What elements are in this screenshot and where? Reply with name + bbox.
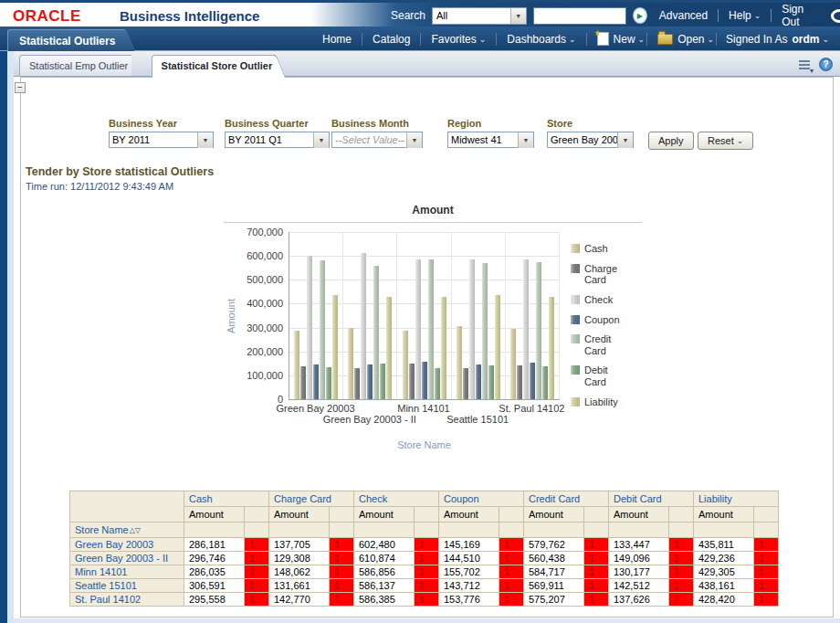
open-menu[interactable]: Open ⌄ (649, 33, 714, 46)
outlier-flag-cell: 1 (415, 552, 439, 565)
column-header-coupon[interactable]: Coupon (439, 491, 524, 507)
search-scope-select[interactable]: All ▼ (432, 7, 527, 25)
tab-statistical-store-outlier[interactable]: Statistical Store Outlier (152, 55, 277, 78)
column-header-charge-card[interactable]: Charge Card (269, 491, 354, 507)
chart-bar-liability[interactable] (441, 297, 446, 399)
chart-bar-check[interactable] (469, 259, 475, 399)
outlier-flag-cell: 1 (669, 579, 694, 593)
advanced-link[interactable]: Advanced (659, 9, 708, 22)
chart-bar-liability[interactable] (386, 297, 392, 399)
chart-bar-cash[interactable] (294, 331, 299, 399)
column-header-credit-card[interactable]: Credit Card (524, 491, 609, 507)
brand-bar: ORACLE Business Intelligence Search All … (0, 0, 840, 26)
chart-bar-debit-card[interactable] (380, 364, 385, 399)
chart-bar-debit-card[interactable] (326, 367, 331, 399)
chart-bar-coupon[interactable] (476, 364, 481, 399)
blank-cell (269, 523, 330, 538)
nav-link-catalog[interactable]: Catalog (364, 33, 418, 46)
chart-bar-liability[interactable] (549, 297, 554, 399)
chart-bar-cash[interactable] (403, 331, 408, 399)
chart-bar-charge-card[interactable] (354, 368, 360, 399)
chart-plot-area (289, 232, 560, 400)
chart-bar-check[interactable] (307, 256, 312, 400)
sort-icons[interactable]: △▽ (130, 526, 141, 534)
sign-out-link[interactable]: Sign Out (782, 3, 819, 28)
chart-bar-liability[interactable] (495, 295, 500, 400)
column-header-cash[interactable]: Cash (184, 491, 269, 507)
new-menu[interactable]: New ⌄ (589, 32, 646, 46)
chart-bar-debit-card[interactable] (488, 365, 494, 399)
store-name-header[interactable]: Store Name△▽ (70, 523, 184, 538)
search-input[interactable] (533, 7, 626, 25)
outlier-flag-cell: 1 (245, 593, 269, 607)
help-menu[interactable]: Help⌄ (729, 9, 761, 22)
dropdown-arrow-icon[interactable]: ▼ (510, 8, 526, 24)
store-link-minn-14101[interactable]: Minn 14101 (70, 565, 184, 579)
chart-bar-cash[interactable] (348, 328, 353, 399)
chart-bar-check[interactable] (523, 259, 529, 399)
column-header-liability[interactable]: Liability (694, 491, 779, 507)
search-go-button[interactable]: ▶ (633, 7, 647, 24)
filter-select-business-year[interactable]: BY 2011▼ (109, 132, 214, 148)
store-link-green-bay-20003[interactable]: Green Bay 20003 (70, 538, 184, 552)
y-tick-label: 200,000 (247, 346, 283, 357)
dropdown-arrow-icon[interactable]: ▼ (518, 132, 533, 148)
dashboard-tab-statistical-outliers[interactable]: Statistical Outliers (7, 29, 124, 51)
filter-select-business-quarter[interactable]: BY 2011 Q1▼ (225, 132, 330, 148)
chart-bar-check[interactable] (361, 253, 366, 399)
apply-button[interactable]: Apply (648, 132, 694, 150)
filter-select-store[interactable]: Green Bay 20003▼ (547, 132, 634, 148)
store-link-seattle-15101[interactable]: Seattle 15101 (70, 579, 184, 593)
dropdown-arrow-icon[interactable]: ▼ (313, 132, 329, 148)
chart-bar-credit-card[interactable] (482, 263, 488, 399)
legend-swatch-charge-card-icon (571, 264, 580, 273)
nav-link-home[interactable]: Home (314, 33, 360, 46)
chart-bar-coupon[interactable] (367, 364, 373, 399)
chart-bar-charge-card[interactable] (409, 364, 415, 399)
filter-label: Region (447, 118, 534, 129)
chart-bar-credit-card[interactable] (536, 262, 541, 399)
chart-bar-credit-card[interactable] (428, 259, 434, 399)
help-icon[interactable]: ? (819, 58, 833, 71)
chart-bar-coupon[interactable] (530, 363, 535, 399)
chart-bar-debit-card[interactable] (435, 368, 440, 399)
chart-bar-liability[interactable] (332, 295, 338, 399)
chart-bar-charge-card[interactable] (300, 366, 306, 399)
blank-cell (184, 523, 245, 538)
chart-bar-cash[interactable] (510, 329, 516, 399)
collapse-section-button[interactable]: − (15, 82, 26, 93)
chart-bar-credit-card[interactable] (320, 260, 325, 399)
divider (716, 33, 717, 46)
chevron-down-icon: ⌄ (708, 35, 715, 44)
dropdown-arrow-icon[interactable]: ▼ (197, 132, 213, 148)
chart-bar-cash[interactable] (457, 326, 462, 399)
table-row: Green Bay 20003 - II296,7461129,3081610,… (70, 552, 779, 565)
store-link-st-paul-14102[interactable]: St. Paul 14102 (70, 593, 184, 607)
filter-select-region[interactable]: Midwest 41▼ (447, 132, 534, 148)
nav-link-dashboards[interactable]: Dashboards⌄ (499, 33, 583, 46)
divider (496, 33, 497, 46)
user-menu[interactable]: Signed In As ordm ⌄ (719, 33, 836, 46)
filter-select-business-month[interactable]: --Select Value--▼ (331, 132, 423, 148)
chart-bar-check[interactable] (415, 259, 421, 399)
chart-bar-charge-card[interactable] (463, 368, 468, 399)
divider (362, 33, 362, 46)
reset-button[interactable]: Reset⌄ (698, 132, 753, 150)
chart-bar-credit-card[interactable] (373, 266, 379, 400)
chart-bar-charge-card[interactable] (517, 365, 522, 399)
page-options-icon[interactable] (798, 59, 811, 70)
legend-swatch-credit-card-icon (571, 334, 580, 343)
store-link-green-bay-20003-ii[interactable]: Green Bay 20003 - II (70, 552, 184, 565)
chart-bar-coupon[interactable] (313, 364, 319, 399)
column-header-check[interactable]: Check (354, 491, 439, 507)
x-axis-label: Seattle 15101 (446, 414, 509, 425)
legend-item: Debit Card (571, 364, 627, 387)
column-header-debit-card[interactable]: Debit Card (609, 491, 694, 507)
chart-bar-coupon[interactable] (422, 362, 427, 399)
amount-cell: 579,762 (524, 538, 584, 552)
nav-link-favorites[interactable]: Favorites⌄ (423, 33, 494, 46)
chart-bar-debit-card[interactable] (542, 366, 548, 399)
dropdown-arrow-icon[interactable]: ▼ (617, 132, 633, 148)
tab-statistical-emp-outlier[interactable]: Statistical Emp Outlier (19, 55, 131, 76)
dropdown-arrow-icon[interactable]: ▼ (406, 132, 422, 148)
